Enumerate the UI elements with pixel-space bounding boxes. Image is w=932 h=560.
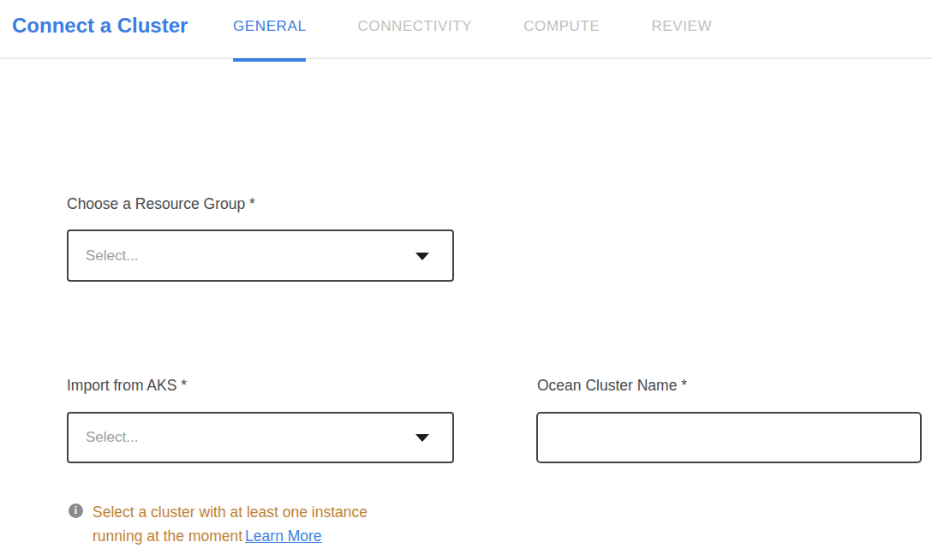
page-title: Connect a Cluster [12,14,188,38]
tab-general[interactable]: GENERAL [233,18,306,35]
import-aks-select[interactable]: Select... [67,412,454,463]
info-note-message: Select a cluster with at least one insta… [93,503,367,545]
info-note-text: Select a cluster with at least one insta… [93,500,411,548]
learn-more-link[interactable]: Learn More [245,527,322,545]
caret-down-icon [415,434,429,442]
import-aks-label: Import from AKS * [67,377,187,395]
info-icon: i [69,503,83,518]
tab-connectivity[interactable]: CONNECTIVITY [357,18,472,35]
connect-cluster-page: Connect a Cluster GENERAL CONNECTIVITY C… [0,0,932,560]
resource-group-label: Choose a Resource Group * [67,195,255,213]
wizard-header: Connect a Cluster GENERAL CONNECTIVITY C… [0,0,932,59]
wizard-tabs: GENERAL CONNECTIVITY COMPUTE REVIEW [233,18,712,35]
tab-review[interactable]: REVIEW [651,18,712,35]
ocean-cluster-name-label: Ocean Cluster Name * [537,377,687,395]
caret-down-icon [415,253,429,260]
ocean-cluster-name-input[interactable] [536,412,922,463]
info-note: i Select a cluster with at least one ins… [69,500,411,548]
resource-group-select[interactable]: Select... [67,229,454,282]
tab-compute[interactable]: COMPUTE [523,18,600,35]
resource-group-placeholder: Select... [86,247,138,265]
import-aks-placeholder: Select... [86,429,138,446]
